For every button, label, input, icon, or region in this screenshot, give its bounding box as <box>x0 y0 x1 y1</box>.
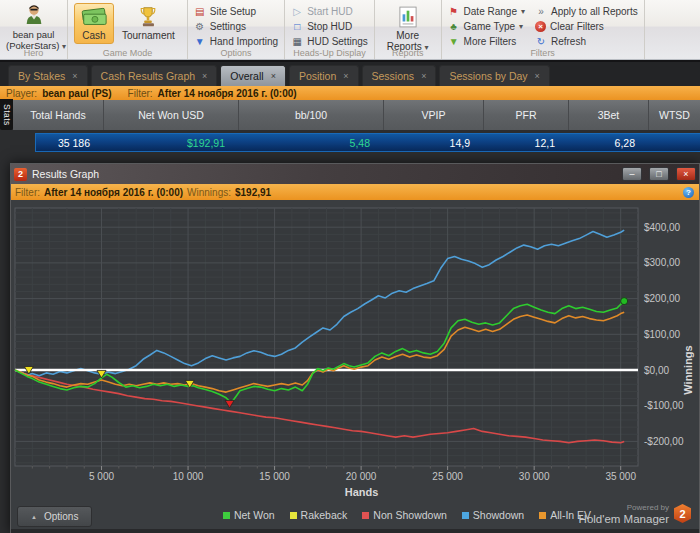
stats-value-cell: $192,91 <box>104 134 239 151</box>
chart-icon <box>399 6 417 30</box>
date-range-button[interactable]: ⚑ Date Range ▾ <box>448 6 525 17</box>
apply-to-all-reports-button[interactable]: » Apply to all Reports <box>535 6 638 17</box>
stats-row[interactable]: 35 186$192,915,4814,912,16,28 <box>35 133 700 152</box>
settings-button[interactable]: ⚙ Settings <box>194 21 278 32</box>
filter-value: After 14 ноября 2016 г. (0:00) <box>158 88 297 99</box>
close-button[interactable]: × <box>676 167 696 181</box>
legend-item: Rakeback <box>290 509 348 521</box>
ribbon-group-options: ▤ Site Setup ⚙ Settings ▼ Hand Importing… <box>188 0 285 59</box>
tab-close-icon[interactable]: × <box>72 71 77 81</box>
svg-text:25 000: 25 000 <box>432 471 463 482</box>
stats-side-tab[interactable]: Stats <box>0 99 13 130</box>
stats-header-cell[interactable]: PFR <box>483 100 568 130</box>
svg-text:10 000: 10 000 <box>173 471 204 482</box>
player-label: Player: <box>6 88 37 99</box>
game-type-button[interactable]: ♣ Game Type ▾ <box>448 21 525 32</box>
tab-position[interactable]: Position × <box>289 65 359 86</box>
date-range-label: Date Range <box>464 6 517 17</box>
svg-text:30 000: 30 000 <box>519 471 550 482</box>
tab-label: By Stakes <box>18 70 65 82</box>
stats-header-cell[interactable]: Net Won USD <box>103 100 238 130</box>
legend-item: Net Won <box>223 509 275 521</box>
tab-close-icon[interactable]: × <box>271 71 276 81</box>
settings-label: Settings <box>210 21 246 32</box>
hm2-app-icon: 2 <box>14 168 27 181</box>
stop-hud-button[interactable]: □ Stop HUD <box>291 21 368 32</box>
legend-swatch <box>223 512 230 519</box>
tournament-button[interactable]: Tournament <box>116 3 181 44</box>
svg-text:20 000: 20 000 <box>346 471 377 482</box>
stats-value-cell: 14,9 <box>384 134 484 151</box>
hand-importing-button[interactable]: ▼ Hand Importing <box>194 36 278 47</box>
site-setup-icon: ▤ <box>194 7 206 17</box>
tab-close-icon[interactable]: × <box>343 71 348 81</box>
flag-icon: ⚑ <box>448 7 460 17</box>
graph-filter-label: Filter: <box>15 187 40 198</box>
stats-header-cell[interactable]: bb/100 <box>238 100 383 130</box>
minimize-button[interactable]: – <box>622 167 642 181</box>
refresh-icon: ↻ <box>535 37 547 47</box>
clear-filters-button[interactable]: × Clear Filters <box>535 21 638 32</box>
winnings-label: Winnings: <box>187 187 231 198</box>
stats-header-cell[interactable]: 3Bet <box>568 100 648 130</box>
player-filter-bar: Player: bean paul (PS) Filter: After 14 … <box>0 86 700 100</box>
window-title: Results Graph <box>32 168 615 180</box>
stats-header-cell[interactable]: WTSD <box>648 100 700 130</box>
svg-text:$200,00: $200,00 <box>644 293 681 304</box>
hm2-brand-badge: 2 <box>674 504 691 523</box>
results-graph-title-bar[interactable]: 2 Results Graph – □ × <box>11 164 699 184</box>
svg-text:15 000: 15 000 <box>259 471 290 482</box>
group-label-options: Options <box>188 48 284 58</box>
start-hud-button[interactable]: ▷ Start HUD <box>291 6 368 17</box>
hero-avatar-icon[interactable] <box>23 3 45 29</box>
more-filters-button[interactable]: ▼ More Filters <box>448 36 525 47</box>
ribbon: bean paul (PokerStars) ▾ Hero Cash <box>0 0 700 60</box>
chevron-up-icon: ▲ <box>31 514 37 520</box>
brand-area: Powered by Hold'em Manager 2 <box>579 503 691 524</box>
group-label-hud: Heads-Up Display <box>285 48 374 58</box>
results-graph-window: 2 Results Graph – □ × Filter: After 14 н… <box>10 163 700 533</box>
chart-area: $400,00$300,00$200,00$100,00$0,00-$100,0… <box>11 200 699 500</box>
legend-item: Showdown <box>462 509 524 521</box>
hero-name[interactable]: bean paul <box>6 29 61 40</box>
tab-close-icon[interactable]: × <box>535 71 540 81</box>
tab-overall[interactable]: Overall × <box>220 65 286 86</box>
more-reports-label-1: More <box>396 30 419 41</box>
tab-by-stakes[interactable]: By Stakes × <box>8 65 88 86</box>
stats-side-tab-label: Stats <box>2 104 12 126</box>
stats-header-cell[interactable]: Total Hands <box>13 100 103 130</box>
ribbon-group-game-mode: Cash Tournament Game Mode <box>68 0 188 59</box>
svg-text:$0,00: $0,00 <box>644 365 669 376</box>
group-label-hero: Hero <box>0 48 67 58</box>
svg-text:$400,00: $400,00 <box>644 222 681 233</box>
chart-marker <box>621 298 628 305</box>
tab-sessions[interactable]: Sessions × <box>362 65 437 86</box>
brand-name: Hold'em Manager <box>579 513 669 525</box>
stats-header-cell[interactable]: VPIP <box>383 100 483 130</box>
winnings-value: $192,91 <box>235 187 271 198</box>
cash-label: Cash <box>82 30 105 41</box>
stats-value-cell: 6,28 <box>569 134 649 151</box>
player-value: bean paul (PS) <box>42 88 111 99</box>
maximize-button[interactable]: □ <box>649 167 669 181</box>
tab-close-icon[interactable]: × <box>421 71 426 81</box>
hand-importing-label: Hand Importing <box>210 36 278 47</box>
cash-button[interactable]: Cash <box>74 3 114 44</box>
legend-swatch <box>290 512 297 519</box>
refresh-button[interactable]: ↻ Refresh <box>535 36 638 47</box>
tab-cash-results-graph[interactable]: Cash Results Graph × <box>91 65 218 86</box>
hud-settings-icon: ▦ <box>291 37 303 47</box>
legend-label: Non Showdown <box>373 509 447 521</box>
stats-header-row: Total HandsNet Won USDbb/100VPIPPFR3BetW… <box>13 100 700 130</box>
funnel-icon: ▼ <box>448 37 460 47</box>
stats-value-cell <box>649 134 700 151</box>
gear-icon: ⚙ <box>194 22 206 32</box>
tab-close-icon[interactable]: × <box>202 71 207 81</box>
info-icon[interactable]: ? <box>683 187 694 198</box>
site-setup-button[interactable]: ▤ Site Setup <box>194 6 278 17</box>
svg-text:5 000: 5 000 <box>89 471 114 482</box>
tab-sessions-by-day[interactable]: Sessions by Day × <box>439 65 549 86</box>
legend-swatch <box>539 512 546 519</box>
hud-settings-button[interactable]: ▦ HUD Settings <box>291 36 368 47</box>
graph-filter-bar: Filter: After 14 ноября 2016 г. (0:00) W… <box>11 184 699 200</box>
